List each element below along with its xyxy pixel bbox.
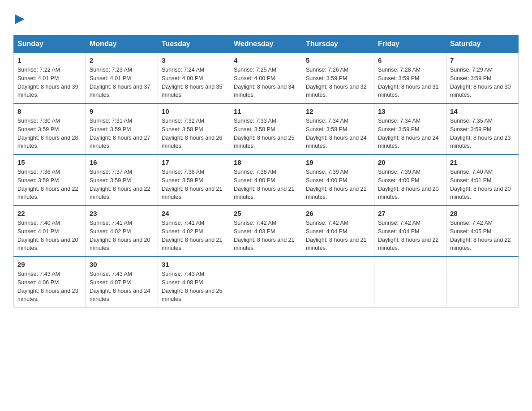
calendar-cell [230,257,302,308]
day-number: 5 [306,56,370,64]
day-number: 24 [162,210,226,217]
calendar-cell: 4Sunrise: 7:25 AMSunset: 4:00 PMDaylight… [230,53,302,104]
day-info: Sunrise: 7:28 AMSunset: 3:59 PMDaylight:… [378,66,442,99]
day-info: Sunrise: 7:35 AMSunset: 3:59 PMDaylight:… [450,117,515,150]
logo-arrow-icon [15,14,25,24]
day-number: 30 [90,261,154,268]
day-info: Sunrise: 7:42 AMSunset: 4:05 PMDaylight:… [450,219,515,253]
calendar-table: SundayMondayTuesdayWednesdayThursdayFrid… [13,35,519,308]
day-number: 10 [162,107,226,115]
day-info: Sunrise: 7:40 AMSunset: 4:01 PMDaylight:… [17,219,82,253]
calendar-cell: 14Sunrise: 7:35 AMSunset: 3:59 PMDayligh… [446,103,519,154]
calendar-week-row: 22Sunrise: 7:40 AMSunset: 4:01 PMDayligh… [14,206,519,257]
header-monday: Monday [86,35,158,53]
calendar-cell: 11Sunrise: 7:33 AMSunset: 3:58 PMDayligh… [230,103,302,154]
day-number: 13 [378,107,442,115]
day-info: Sunrise: 7:30 AMSunset: 3:59 PMDaylight:… [17,117,82,150]
header-tuesday: Tuesday [158,35,230,53]
day-info: Sunrise: 7:41 AMSunset: 4:02 PMDaylight:… [162,219,226,253]
day-info: Sunrise: 7:31 AMSunset: 3:59 PMDaylight:… [90,117,154,150]
day-number: 23 [90,210,154,217]
day-info: Sunrise: 7:38 AMSunset: 4:00 PMDaylight:… [234,168,298,201]
calendar-cell: 6Sunrise: 7:28 AMSunset: 3:59 PMDaylight… [374,53,446,104]
calendar-cell: 30Sunrise: 7:43 AMSunset: 4:07 PMDayligh… [86,257,158,308]
day-number: 2 [90,56,154,64]
day-info: Sunrise: 7:40 AMSunset: 4:01 PMDaylight:… [450,168,515,201]
day-number: 4 [234,56,298,64]
calendar-cell: 24Sunrise: 7:41 AMSunset: 4:02 PMDayligh… [158,206,230,257]
calendar-week-row: 8Sunrise: 7:30 AMSunset: 3:59 PMDaylight… [14,103,519,154]
day-info: Sunrise: 7:42 AMSunset: 4:04 PMDaylight:… [378,219,442,253]
day-info: Sunrise: 7:43 AMSunset: 4:07 PMDaylight:… [90,270,154,304]
day-info: Sunrise: 7:43 AMSunset: 4:08 PMDaylight:… [162,270,226,304]
calendar-cell: 19Sunrise: 7:39 AMSunset: 4:00 PMDayligh… [302,154,374,206]
calendar-cell: 8Sunrise: 7:30 AMSunset: 3:59 PMDaylight… [14,103,86,154]
day-number: 17 [162,158,226,166]
header-friday: Friday [374,35,446,53]
day-number: 7 [450,56,515,64]
day-number: 15 [17,158,82,166]
calendar-cell: 25Sunrise: 7:42 AMSunset: 4:03 PMDayligh… [230,206,302,257]
calendar-cell: 16Sunrise: 7:37 AMSunset: 3:59 PMDayligh… [86,154,158,206]
calendar-cell: 20Sunrise: 7:39 AMSunset: 4:00 PMDayligh… [374,154,446,206]
day-number: 1 [17,56,82,64]
day-number: 27 [378,210,442,217]
calendar-cell [446,257,519,308]
day-number: 3 [162,56,226,64]
calendar-cell: 21Sunrise: 7:40 AMSunset: 4:01 PMDayligh… [446,154,519,206]
header-sunday: Sunday [14,35,86,53]
calendar-cell: 7Sunrise: 7:29 AMSunset: 3:59 PMDaylight… [446,53,519,104]
day-info: Sunrise: 7:36 AMSunset: 3:59 PMDaylight:… [17,168,82,201]
calendar-cell: 22Sunrise: 7:40 AMSunset: 4:01 PMDayligh… [14,206,86,257]
calendar-cell: 17Sunrise: 7:38 AMSunset: 3:59 PMDayligh… [158,154,230,206]
day-number: 12 [306,107,370,115]
calendar-cell: 12Sunrise: 7:34 AMSunset: 3:58 PMDayligh… [302,103,374,154]
calendar-cell: 23Sunrise: 7:41 AMSunset: 4:02 PMDayligh… [86,206,158,257]
day-info: Sunrise: 7:39 AMSunset: 4:00 PMDaylight:… [306,168,370,201]
day-number: 8 [17,107,82,115]
calendar-week-row: 15Sunrise: 7:36 AMSunset: 3:59 PMDayligh… [14,154,519,206]
calendar-week-row: 1Sunrise: 7:22 AMSunset: 4:01 PMDaylight… [14,53,519,104]
calendar-cell: 10Sunrise: 7:32 AMSunset: 3:58 PMDayligh… [158,103,230,154]
day-info: Sunrise: 7:25 AMSunset: 4:00 PMDaylight:… [234,66,298,99]
day-number: 28 [450,210,515,217]
day-info: Sunrise: 7:26 AMSunset: 3:59 PMDaylight:… [306,66,370,99]
day-number: 31 [162,261,226,268]
calendar-cell: 5Sunrise: 7:26 AMSunset: 3:59 PMDaylight… [302,53,374,104]
day-number: 26 [306,210,370,217]
day-info: Sunrise: 7:29 AMSunset: 3:59 PMDaylight:… [450,66,515,99]
day-info: Sunrise: 7:38 AMSunset: 3:59 PMDaylight:… [162,168,226,201]
day-info: Sunrise: 7:23 AMSunset: 4:01 PMDaylight:… [90,66,154,99]
day-number: 16 [90,158,154,166]
calendar-cell: 13Sunrise: 7:34 AMSunset: 3:59 PMDayligh… [374,103,446,154]
day-number: 14 [450,107,515,115]
day-info: Sunrise: 7:41 AMSunset: 4:02 PMDaylight:… [90,219,154,253]
day-info: Sunrise: 7:34 AMSunset: 3:59 PMDaylight:… [378,117,442,150]
day-info: Sunrise: 7:43 AMSunset: 4:06 PMDaylight:… [17,270,82,304]
calendar-cell: 29Sunrise: 7:43 AMSunset: 4:06 PMDayligh… [14,257,86,308]
header-wednesday: Wednesday [230,35,302,53]
day-info: Sunrise: 7:24 AMSunset: 4:00 PMDaylight:… [162,66,226,99]
day-info: Sunrise: 7:39 AMSunset: 4:00 PMDaylight:… [378,168,442,201]
day-info: Sunrise: 7:22 AMSunset: 4:01 PMDaylight:… [17,66,82,99]
day-number: 29 [17,261,82,268]
calendar-cell [374,257,446,308]
page-header [13,13,519,26]
day-number: 22 [17,210,82,217]
day-number: 18 [234,158,298,166]
calendar-cell [302,257,374,308]
calendar-cell: 15Sunrise: 7:36 AMSunset: 3:59 PMDayligh… [14,154,86,206]
day-info: Sunrise: 7:42 AMSunset: 4:03 PMDaylight:… [234,219,298,253]
header-saturday: Saturday [446,35,519,53]
calendar-cell: 2Sunrise: 7:23 AMSunset: 4:01 PMDaylight… [86,53,158,104]
svg-marker-0 [15,14,25,24]
calendar-cell: 18Sunrise: 7:38 AMSunset: 4:00 PMDayligh… [230,154,302,206]
calendar-cell: 31Sunrise: 7:43 AMSunset: 4:08 PMDayligh… [158,257,230,308]
calendar-cell: 27Sunrise: 7:42 AMSunset: 4:04 PMDayligh… [374,206,446,257]
calendar-cell: 9Sunrise: 7:31 AMSunset: 3:59 PMDaylight… [86,103,158,154]
day-number: 19 [306,158,370,166]
calendar-cell: 26Sunrise: 7:42 AMSunset: 4:04 PMDayligh… [302,206,374,257]
calendar-cell: 28Sunrise: 7:42 AMSunset: 4:05 PMDayligh… [446,206,519,257]
day-info: Sunrise: 7:34 AMSunset: 3:58 PMDaylight:… [306,117,370,150]
calendar-header-row: SundayMondayTuesdayWednesdayThursdayFrid… [14,35,519,53]
